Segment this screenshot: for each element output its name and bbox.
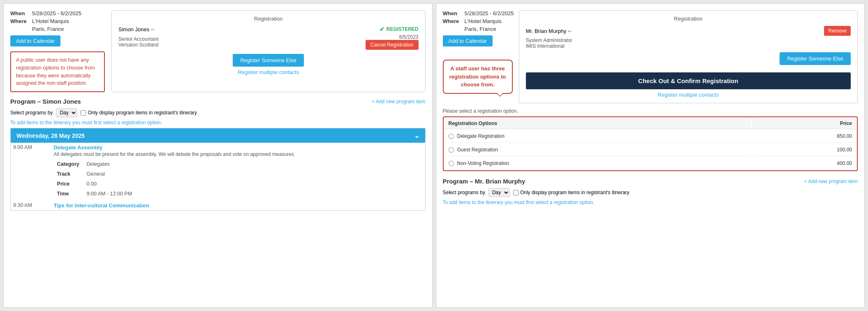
right-panel: When 5/28/2025 - 6/2/2025 Where L'Hotel … (436, 3, 865, 308)
checkmark-icon: ✔ (380, 26, 384, 32)
left-chevron-icon[interactable]: ⌄ (414, 132, 419, 139)
add-calendar-button[interactable]: Add to Calendar (10, 35, 60, 46)
checkout-button[interactable]: Check Out & Confirm Registration (526, 72, 851, 89)
right-meta: When 5/28/2025 - 6/2/2025 Where L'Hotel … (443, 10, 514, 103)
event-title-0[interactable]: Delegate Assembly (54, 144, 423, 151)
reg-select-prompt: Please select a registration option. (443, 108, 858, 114)
right-when-label: When (443, 10, 461, 16)
left-itinerary-checkbox-label[interactable]: Only display program items in registrant… (81, 110, 197, 116)
left-registrant-org: Versaton Scotland (118, 42, 158, 48)
event-time-0: 9:00 AM (11, 143, 51, 201)
reg-option-label-2[interactable]: Non-Voting Registration (444, 157, 752, 169)
left-panel: When 5/28/2025 - 6/2/2025 Where L'Hotel … (3, 3, 433, 308)
right-select-programs-label: Select programs by (443, 190, 485, 195)
right-where-line1: L'Hotel Marquis (465, 18, 502, 24)
left-registered-date: 8/5/2023 (366, 34, 419, 40)
speech-bubble: A staff user has three registration opti… (443, 60, 513, 94)
right-program-filters: Select programs by Day Only display prog… (443, 188, 858, 197)
right-remove-button[interactable]: Remove (824, 26, 851, 36)
track-value: General (87, 171, 105, 177)
right-program-title: Program – Mr. Brian Murphy (443, 178, 525, 185)
reg-options-col-header: Registration Options (444, 118, 752, 129)
right-itinerary-checkbox-label[interactable]: Only display program items in registrant… (513, 190, 630, 195)
table-row: Delegate Registration 850.00 (444, 130, 856, 143)
right-registration-card: Registration Mr. Brian Murphy ✏ Remove S… (519, 10, 858, 103)
left-program-filters: Select programs by Day Only display prog… (10, 108, 426, 117)
left-select-programs-label: Select programs by (10, 110, 53, 116)
right-itinerary-checkbox[interactable] (513, 190, 518, 195)
right-add-calendar-button[interactable]: Add to Calendar (443, 35, 493, 46)
reg-option-price-2: 400.00 (752, 157, 856, 169)
where-label: Where (10, 18, 29, 24)
left-register-multiple-link[interactable]: Register multiple contacts (118, 69, 419, 75)
when-value: 5/28/2025 - 6/2/2025 (32, 10, 81, 16)
left-day-header: Wednesday, 28 May 2025 ⌄ (11, 128, 425, 143)
left-meta: When 5/28/2025 - 6/2/2025 Where L'Hotel … (10, 10, 105, 92)
event-details-table-0: CategoryDelegates TrackGeneral Price0.00… (54, 159, 135, 199)
right-add-program-link[interactable]: + Add new program item (804, 179, 858, 184)
table-row: Non-Voting Registration 400.00 (444, 157, 856, 169)
right-itinerary-link[interactable]: To add items to the itinerary you must f… (443, 200, 858, 205)
price-col-header: Price (752, 118, 856, 129)
left-itinerary-link[interactable]: To add items to the itinerary you must f… (10, 120, 426, 125)
where-line2: Paris, France (32, 26, 64, 32)
event-detail-0: Delegate Assembly All delegates must be … (51, 143, 425, 201)
left-registered-label: REGISTERED (386, 26, 418, 32)
left-program-table: 9:00 AM Delegate Assembly All delegates … (11, 143, 425, 210)
right-day-select[interactable]: Day (488, 188, 510, 197)
left-program-header: Program – Simon Jones + Add new program … (10, 98, 426, 105)
category-value: Delegates (87, 161, 110, 167)
event-title-1[interactable]: Tips for Inter-cultural Communication (54, 202, 423, 209)
reg-option-price-0: 850.00 (752, 130, 856, 143)
table-row: Guest Registration 100.00 (444, 144, 856, 156)
left-program-title: Program – Simon Jones (10, 98, 81, 105)
time-value: 9:00 AM - 12:00 PM (87, 191, 132, 197)
table-row: 9:00 AM Delegate Assembly All delegates … (11, 143, 425, 201)
left-itinerary-label: Only display program items in registrant… (88, 110, 197, 116)
warning-box: A public user does not have any registra… (10, 51, 105, 92)
right-register-multiple-link[interactable]: Register multiple contacts (526, 92, 851, 98)
right-when-value: 5/28/2025 - 6/2/2025 (465, 10, 514, 16)
left-add-program-link[interactable]: + Add new program item (372, 99, 425, 104)
right-registrant-title: System Administrator (526, 37, 851, 43)
left-registrant-title: Senior Accountant (118, 36, 158, 42)
reg-options-table: Registration Options Price Delegate Regi… (443, 116, 858, 171)
left-reg-title: Registration (118, 16, 419, 22)
price-label: Price (57, 181, 70, 187)
right-where-label: Where (443, 18, 461, 24)
right-where-line2: Paris, France (465, 26, 496, 32)
left-register-someone-button[interactable]: Register Someone Else (233, 54, 304, 67)
table-row: 9:30 AM Tips for Inter-cultural Communic… (11, 201, 425, 210)
reg-option-radio-1[interactable] (449, 147, 454, 153)
reg-options-section: Please select a registration option. Reg… (443, 108, 858, 171)
category-label: Category (57, 161, 79, 167)
price-value: 0.00 (87, 181, 97, 187)
event-time-1: 9:30 AM (11, 201, 51, 210)
right-reg-title: Registration (526, 16, 851, 22)
right-register-someone-button[interactable]: Register Someone Else (780, 52, 851, 65)
reg-option-price-1: 100.00 (752, 144, 856, 156)
reg-option-radio-0[interactable] (449, 134, 454, 139)
right-edit-icon[interactable]: ✏ (568, 29, 572, 34)
track-label: Track (57, 171, 71, 177)
time-label: Time (57, 191, 69, 197)
cancel-registration-button[interactable]: Cancel Registration (366, 40, 419, 50)
right-top-area: When 5/28/2025 - 6/2/2025 Where L'Hotel … (443, 10, 858, 103)
reg-option-label-0[interactable]: Delegate Registration (444, 130, 752, 143)
right-registrant-org: IMIS International (526, 43, 851, 49)
left-registration-card: Registration Simon Jones ✏ ✔ REGISTERED … (111, 10, 426, 92)
when-label: When (10, 10, 29, 16)
event-detail-1: Tips for Inter-cultural Communication (51, 201, 425, 210)
event-desc-0: All delegates must be present for the as… (54, 151, 423, 157)
left-edit-icon[interactable]: ✏ (151, 27, 155, 32)
right-program-header: Program – Mr. Brian Murphy + Add new pro… (443, 178, 858, 185)
where-line1: L'Hotel Marquis (32, 18, 69, 24)
left-itinerary-checkbox[interactable] (81, 110, 86, 116)
reg-option-label-1[interactable]: Guest Registration (444, 144, 752, 156)
left-day-header-text: Wednesday, 28 May 2025 (16, 132, 85, 139)
left-day-select[interactable]: Day (56, 108, 77, 117)
reg-option-radio-2[interactable] (449, 161, 454, 166)
right-itinerary-label: Only display program items in registrant… (520, 190, 630, 195)
speech-bubble-text: A staff user has three registration opti… (449, 65, 506, 88)
left-registrant-name: Simon Jones (118, 26, 149, 32)
